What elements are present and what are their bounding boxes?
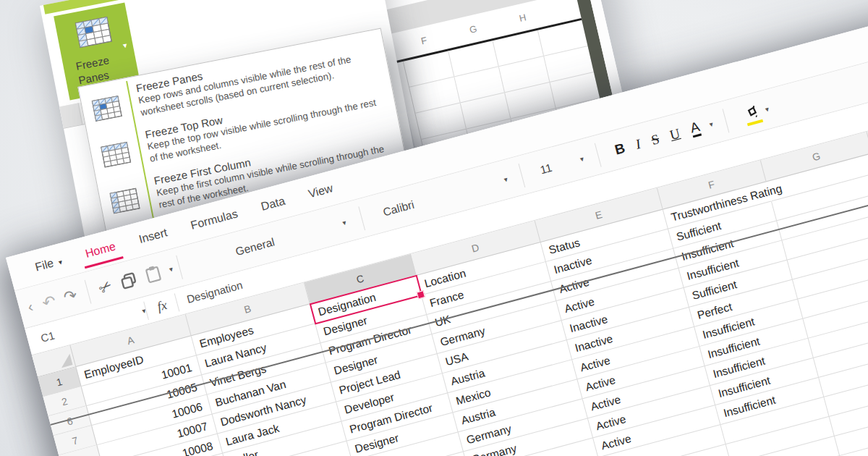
font-size-select[interactable]: 11 ▾ [539, 152, 586, 176]
collapse-toolbar-icon[interactable]: ‹ [26, 298, 35, 316]
tab-data[interactable]: Data [258, 191, 289, 216]
paste-icon[interactable] [144, 264, 162, 284]
freeze-first-column-icon [109, 187, 142, 217]
tab-label: Insert [137, 226, 169, 245]
toolbar-divider [519, 163, 526, 187]
chevron-down-icon: ▾ [341, 219, 347, 227]
undo-icon[interactable]: ↶ [41, 292, 58, 313]
cell-value: USA [444, 350, 469, 368]
paint-bucket-icon [742, 103, 762, 122]
strikethrough-button[interactable]: S [650, 131, 661, 148]
tab-insert[interactable]: Insert [135, 223, 171, 250]
toolbar-divider [176, 255, 183, 279]
tab-file[interactable]: File▾ [32, 251, 66, 277]
underline-button[interactable]: U [668, 125, 682, 143]
tab-label: Home [84, 240, 117, 259]
font-name-value: Calibri [381, 198, 415, 219]
formula-bar-divider [174, 293, 180, 311]
tab-label: Data [260, 194, 286, 212]
tab-label: View [307, 182, 334, 200]
toolbar-divider [723, 109, 730, 132]
font-color-button[interactable]: A [689, 119, 702, 138]
cell-value: 10008 [181, 439, 214, 456]
tab-home[interactable]: Home [82, 237, 119, 263]
tab-label: Formulas [189, 207, 239, 232]
toolbar-divider [358, 206, 365, 230]
bold-button[interactable]: B [613, 140, 627, 158]
cut-icon[interactable]: ✂ [95, 276, 116, 298]
chevron-down-icon: ▾ [122, 41, 128, 51]
redo-icon[interactable]: ↷ [61, 286, 79, 307]
fill-color-dropdown-icon[interactable]: ▾ [765, 105, 770, 114]
copy-icon[interactable] [119, 271, 139, 290]
cell-reference: C1 [39, 329, 56, 345]
toolbar-divider [595, 143, 602, 166]
chevron-down-icon: ▾ [57, 258, 63, 266]
chevron-down-icon: ▾ [503, 175, 509, 184]
freeze-top-row-icon [101, 141, 134, 171]
fx-icon: fx [156, 297, 169, 315]
tab-label: File [34, 256, 55, 273]
italic-button[interactable]: I [634, 135, 642, 152]
chevron-down-icon: ▾ [579, 155, 585, 164]
freeze-panes-icon [91, 95, 124, 124]
fill-color-button[interactable] [742, 103, 763, 124]
toolbar-divider [84, 279, 91, 303]
font-color-dropdown-icon[interactable]: ▾ [708, 120, 714, 129]
hero-canvas: FGH A ▾ Freeze Panes Freeze PanesKeep ro… [0, 0, 868, 456]
tab-formulas[interactable]: Formulas [187, 203, 241, 235]
mini-select-all-corner [59, 103, 82, 128]
font-size-value: 11 [539, 161, 553, 177]
freeze-panes-icon [75, 16, 113, 51]
tab-view[interactable]: View [305, 178, 336, 203]
number-format-value: General [234, 235, 276, 258]
paste-dropdown-icon[interactable]: ▾ [169, 265, 174, 274]
